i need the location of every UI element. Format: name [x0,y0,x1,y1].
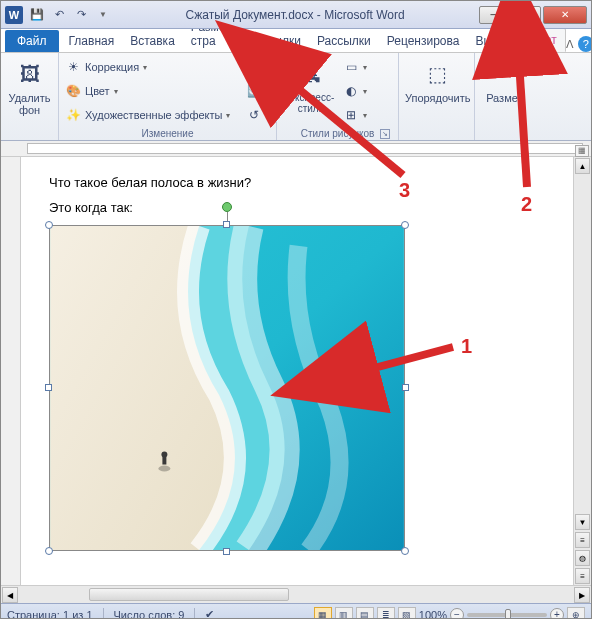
proofing-icon[interactable]: ✔ [205,608,214,619]
picture-effects-button[interactable]: ◐▾ [343,80,367,102]
brightness-icon: ☀ [65,59,81,75]
reset-picture-button[interactable]: ↺▾ [246,104,270,126]
arrange-icon: ⬚ [421,58,453,90]
scroll-right-button[interactable]: ▶ [574,587,590,603]
tab-file[interactable]: Файл [5,30,59,52]
selected-image[interactable] [49,225,405,551]
zoom-value[interactable]: 100% [419,609,447,620]
group-change: ☀ Коррекция ▾ 🎨 Цвет ▾ ✨ Художественные … [59,53,277,140]
page-indicator[interactable]: Страница: 1 из 1 [7,609,93,620]
maximize-button[interactable]: ☐ [511,6,541,24]
ribbon-tabs: Файл Главная Вставка Разметка стра Ссылк… [1,29,591,53]
color-icon: 🎨 [65,83,81,99]
resize-handle-br[interactable] [401,547,409,555]
crop-icon: ✂ [486,58,518,90]
hscroll-thumb[interactable] [89,588,289,601]
color-label: Цвет [85,85,110,97]
color-button[interactable]: 🎨 Цвет ▾ [65,80,242,102]
zoom-fit-button[interactable]: ⊕ [567,607,585,620]
change-picture-button[interactable]: 🔄 [246,80,270,102]
express-styles-button[interactable]: 🏞 Экспресс-стили [283,56,339,114]
scroll-left-button[interactable]: ◀ [2,587,18,603]
annotation-3: 3 [399,179,410,202]
scroll-down-button[interactable]: ▼ [575,514,590,530]
group-size: ✂ Разме [475,53,591,140]
zoom-slider[interactable] [467,613,547,617]
horizontal-scrollbar[interactable]: ◀ ▶ [1,585,591,603]
zoom-in-button[interactable]: + [550,608,564,620]
ruler-horizontal[interactable] [1,141,591,157]
page: Что такое белая полоса в жизни? Это когд… [21,157,573,569]
artistic-label: Художественные эффекты [85,109,222,121]
compress-pictures-button[interactable]: ⇲ [246,56,270,78]
tab-mailings[interactable]: Рассылки [309,30,379,52]
styles-dialog-launcher[interactable]: ↘ [380,129,390,139]
group-arrange: ⬚ Упорядочить [399,53,475,140]
group-change-label: Изменение [65,126,270,141]
body-text-1[interactable]: Что такое белая полоса в жизни? [49,175,545,190]
scroll-track[interactable] [574,175,591,513]
titlebar: W 💾 ↶ ↷ ▼ Сжатый Документ.docx - Microso… [1,1,591,29]
hscroll-track[interactable] [19,587,573,602]
help-icon[interactable]: ? [578,36,592,52]
word-count[interactable]: Число слов: 9 [114,609,185,620]
resize-handle-tr[interactable] [401,221,409,229]
body-text-2[interactable]: Это когда так: [49,200,545,215]
svg-point-3 [158,466,170,472]
tab-view[interactable]: Вид [467,30,505,52]
document-scroll[interactable]: Что такое белая полоса в жизни? Это когд… [21,157,573,585]
correction-button[interactable]: ☀ Коррекция ▾ [65,56,242,78]
tab-references[interactable]: Ссылки [251,30,309,52]
resize-handle-l[interactable] [45,384,52,391]
zoom-out-button[interactable]: − [450,608,464,620]
picture-border-button[interactable]: ▭▾ [343,56,367,78]
view-outline[interactable]: ≣ [377,607,395,620]
group-picture-styles: 🏞 Экспресс-стили ▭▾ ◐▾ ⊞▾ Стили рисунков… [277,53,399,140]
window-title: Сжатый Документ.docx - Microsoft Word [113,8,477,22]
prev-page-button[interactable]: ≡ [575,532,590,548]
browse-object-button[interactable]: ◍ [575,550,590,566]
resize-handle-tl[interactable] [45,221,53,229]
arrange-label: Упорядочить [405,92,469,104]
picture-layout-button[interactable]: ⊞▾ [343,104,367,126]
artistic-effects-button[interactable]: ✨ Художественные эффекты ▾ [65,104,242,126]
vertical-scrollbar[interactable]: ▲ ▼ ≡ ◍ ≡ [573,157,591,585]
save-icon[interactable]: 💾 [27,5,47,25]
view-web-layout[interactable]: ▤ [356,607,374,620]
qat-customize-icon[interactable]: ▼ [93,5,113,25]
scroll-up-button[interactable]: ▲ [575,158,590,174]
minimize-button[interactable]: ─ [479,6,509,24]
resize-handle-b[interactable] [223,548,230,555]
ruler-toggle-icon[interactable]: ▦ [575,145,589,157]
styles-gallery-icon: 🏞 [295,58,327,90]
collapse-ribbon-icon[interactable]: ᐱ [566,38,574,51]
group-remove-bg: 🖼 Удалить фон [1,53,59,140]
statusbar: Страница: 1 из 1 Число слов: 9 ✔ ▦ ▥ ▤ ≣… [1,603,591,619]
view-print-layout[interactable]: ▦ [314,607,332,620]
zoom-thumb[interactable] [505,609,511,620]
tab-format[interactable]: Формат [505,28,566,52]
ruler-vertical[interactable] [1,157,21,585]
resize-handle-r[interactable] [402,384,409,391]
rotate-handle[interactable] [222,202,232,212]
next-page-button[interactable]: ≡ [575,568,590,584]
window-controls: ─ ☐ ✕ [477,6,587,24]
resize-handle-t[interactable] [223,221,230,228]
annotation-1: 1 [461,335,472,358]
tab-home[interactable]: Главная [61,30,123,52]
redo-icon[interactable]: ↷ [71,5,91,25]
view-full-screen[interactable]: ▥ [335,607,353,620]
undo-icon[interactable]: ↶ [49,5,69,25]
pic-layout-icon: ⊞ [343,107,359,123]
remove-background-button[interactable]: 🖼 Удалить фон [7,56,52,116]
resize-handle-bl[interactable] [45,547,53,555]
size-button[interactable]: ✂ Разме [481,56,523,104]
tab-review[interactable]: Рецензирова [379,30,468,52]
close-button[interactable]: ✕ [543,6,587,24]
tab-insert[interactable]: Вставка [122,30,183,52]
svg-rect-2 [162,457,166,465]
compress-icon: ⇲ [246,59,262,75]
view-draft[interactable]: ▧ [398,607,416,620]
document-area: Что такое белая полоса в жизни? Это когд… [1,157,591,585]
arrange-button[interactable]: ⬚ Упорядочить [405,56,469,104]
